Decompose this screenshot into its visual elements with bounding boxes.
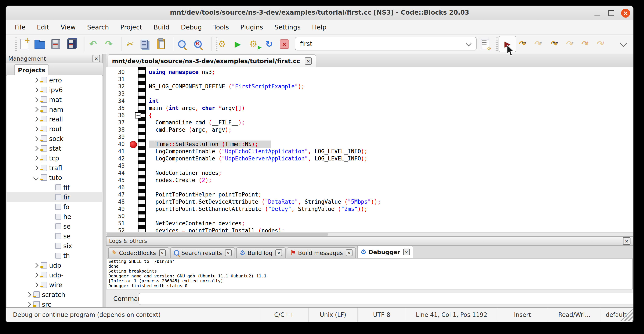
tree-item-ipv6[interactable]: ipv6 xyxy=(6,85,102,95)
chevron-collapsed-icon[interactable] xyxy=(33,117,38,122)
line-number[interactable]: 41 xyxy=(106,148,125,155)
line-number-gutter[interactable]: 3031323334353637383940414243444546474849… xyxy=(106,69,125,232)
management-close-icon[interactable]: × xyxy=(92,55,100,62)
line-number[interactable]: 30 xyxy=(106,69,125,76)
chevron-collapsed-icon[interactable] xyxy=(33,156,38,161)
chevron-collapsed-icon[interactable] xyxy=(33,78,38,83)
line-number[interactable]: 52 xyxy=(106,227,125,232)
tree-item-he[interactable]: he xyxy=(6,212,102,221)
tree-item-udp[interactable]: udp xyxy=(6,260,102,270)
line-number[interactable]: 34 xyxy=(106,97,125,105)
chevron-collapsed-icon[interactable] xyxy=(26,292,31,297)
line-number[interactable]: 39 xyxy=(106,133,125,141)
command-input[interactable] xyxy=(141,294,634,304)
breakpoint-marker[interactable] xyxy=(130,141,137,148)
toolbar-grip[interactable] xyxy=(15,38,17,51)
tree-item-tuto[interactable]: tuto xyxy=(6,173,102,182)
logs-close-icon[interactable]: × xyxy=(623,237,630,245)
chevron-expanded-icon[interactable] xyxy=(33,175,38,180)
logs-tab-debugger[interactable]: ⚙Debugger× xyxy=(357,246,413,258)
toolbar-grip[interactable] xyxy=(496,38,498,51)
chevron-collapsed-icon[interactable] xyxy=(33,97,38,102)
tree-item-udp-[interactable]: udp- xyxy=(6,270,102,280)
toolbar-expand-button[interactable] xyxy=(616,37,631,51)
tree-item-fif[interactable]: fif xyxy=(6,182,102,192)
tree-item-fir[interactable]: fir xyxy=(6,192,102,202)
build-button[interactable]: ⚙ xyxy=(215,37,229,51)
menu-view[interactable]: View xyxy=(55,22,81,33)
tree-item-se[interactable]: se xyxy=(6,231,102,241)
menu-help[interactable]: Help xyxy=(306,22,332,33)
line-number[interactable]: 35 xyxy=(106,105,125,112)
tree-item-six[interactable]: six xyxy=(6,241,102,251)
run-button[interactable]: ▶ xyxy=(230,37,245,51)
line-number[interactable]: 42 xyxy=(106,155,125,162)
tab-close-icon[interactable]: × xyxy=(346,249,352,256)
chevron-collapsed-icon[interactable] xyxy=(33,165,38,170)
tab-close-icon[interactable]: × xyxy=(225,249,232,256)
line-number[interactable]: 33 xyxy=(106,90,125,97)
menu-debug[interactable]: Debug xyxy=(175,22,208,33)
chevron-collapsed-icon[interactable] xyxy=(33,272,38,278)
tree-item-scratch[interactable]: scratch xyxy=(6,290,102,299)
menu-tools[interactable]: Tools xyxy=(208,22,234,33)
menu-plugins[interactable]: Plugins xyxy=(234,22,269,33)
line-number[interactable]: 44 xyxy=(106,169,125,177)
minimize-button[interactable] xyxy=(593,9,602,18)
tree-item-wire[interactable]: wire xyxy=(6,280,102,290)
paste-button[interactable] xyxy=(154,37,168,51)
tree-item-tcp[interactable]: tcp xyxy=(6,153,102,163)
undo-button[interactable]: ↶ xyxy=(86,37,100,51)
build-target-options-button[interactable] xyxy=(478,37,492,51)
find-button[interactable] xyxy=(175,37,189,51)
scrollbar-thumb[interactable] xyxy=(106,233,328,236)
save-all-button[interactable] xyxy=(64,37,79,51)
chevron-collapsed-icon[interactable] xyxy=(33,146,38,151)
logs-tab-build-messages[interactable]: ⚑Build messages× xyxy=(287,247,356,258)
menu-edit[interactable]: Edit xyxy=(31,22,55,33)
build-target-combobox[interactable]: first xyxy=(295,37,476,51)
run-to-cursor-button[interactable]: ↷ xyxy=(515,37,530,51)
chevron-collapsed-icon[interactable] xyxy=(26,302,31,307)
menu-build[interactable]: Build xyxy=(148,22,175,33)
chevron-collapsed-icon[interactable] xyxy=(33,136,38,141)
chevron-collapsed-icon[interactable] xyxy=(33,87,38,92)
logs-tab-code-blocks[interactable]: ✎Code::Blocks× xyxy=(108,247,169,258)
tree-item-src[interactable]: src xyxy=(6,299,102,307)
cut-button[interactable]: ✂ xyxy=(123,37,138,51)
line-number[interactable]: 43 xyxy=(106,162,125,169)
line-number[interactable]: 40 xyxy=(106,141,125,148)
line-number[interactable]: 36 xyxy=(106,112,125,119)
step-into-instruction-button[interactable]: ↷ xyxy=(593,37,608,51)
chevron-collapsed-icon[interactable] xyxy=(33,126,38,131)
line-number[interactable]: 48 xyxy=(106,198,125,205)
chevron-collapsed-icon[interactable] xyxy=(33,263,38,268)
close-button[interactable]: × xyxy=(621,9,630,18)
menu-project[interactable]: Project xyxy=(115,22,148,33)
step-out-button[interactable]: ↷ xyxy=(562,37,577,51)
logs-tab-build-log[interactable]: ⚙Build log× xyxy=(236,247,286,258)
line-number[interactable]: 31 xyxy=(106,76,125,83)
step-into-button[interactable]: ↷ xyxy=(547,37,561,51)
tree-item-sock[interactable]: sock xyxy=(6,134,102,143)
logs-tab-search-results[interactable]: Search results× xyxy=(170,247,235,258)
chevron-collapsed-icon[interactable] xyxy=(33,282,38,287)
fold-collapse-icon[interactable]: − xyxy=(135,112,141,119)
abort-button[interactable]: × xyxy=(277,37,292,51)
tree-item-se[interactable]: se xyxy=(6,221,102,231)
line-number[interactable]: 45 xyxy=(106,177,125,184)
replace-button[interactable] xyxy=(191,37,205,51)
line-number[interactable]: 46 xyxy=(106,184,125,191)
next-line-button[interactable]: ↷ xyxy=(531,37,545,51)
line-number[interactable]: 47 xyxy=(106,191,125,198)
new-file-button[interactable] xyxy=(17,37,31,51)
tree-item-mat[interactable]: mat xyxy=(6,95,102,105)
line-number[interactable]: 37 xyxy=(106,119,125,126)
tree-item-stat[interactable]: stat xyxy=(6,143,102,153)
open-file-button[interactable] xyxy=(32,37,47,51)
copy-button[interactable] xyxy=(137,37,151,51)
maximize-button[interactable] xyxy=(607,9,616,18)
tree-item-nam[interactable]: nam xyxy=(6,105,102,114)
chevron-collapsed-icon[interactable] xyxy=(33,107,38,112)
tree-item-fo[interactable]: fo xyxy=(6,202,102,212)
